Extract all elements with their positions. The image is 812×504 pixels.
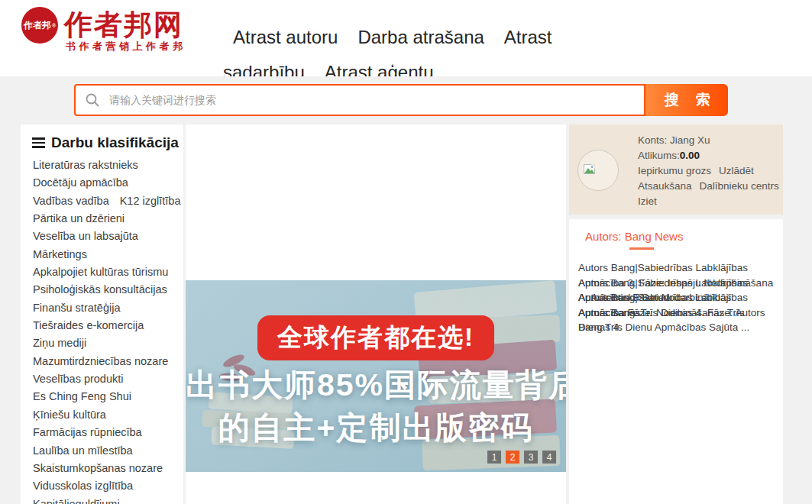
- withdraw-link[interactable]: Atsaukšana: [638, 180, 692, 192]
- sidebar-title: Darbu klasifikācija: [51, 134, 179, 151]
- category-item[interactable]: Es Ching Feng Shui: [33, 390, 131, 402]
- site-title[interactable]: 作者邦网: [64, 6, 183, 44]
- category-item[interactable]: Veselība un labsajūta: [33, 230, 138, 242]
- account-links-row: AtsaukšanaDalībnieku centrs: [638, 179, 779, 194]
- member-center-link[interactable]: Dalībnieku centrs: [700, 180, 779, 192]
- category-row: Veselība un labsajūta: [33, 227, 179, 244]
- nav-item-find-author[interactable]: Atrast autoru: [233, 27, 338, 47]
- account-balance: Atlikums:0.00: [638, 148, 779, 163]
- carousel-pagination: 1 2 3 4: [487, 451, 556, 464]
- category-row: Veselības produkti: [33, 370, 179, 387]
- category-item[interactable]: Literatūras rakstnieks: [33, 159, 138, 171]
- category-row: Apkalpojiet kultūras tūrismu: [33, 263, 179, 280]
- category-item[interactable]: Vadības vadība: [33, 195, 109, 207]
- search-input[interactable]: [74, 84, 645, 116]
- category-row: Vadības vadībaK12 izglītība: [33, 192, 179, 209]
- carousel-banner[interactable]: 全球作者都在选! 出书大师85%国际流量背后 的自主+定制出版密码 1 2 3 …: [186, 280, 566, 472]
- category-row: Literatūras rakstnieks: [33, 156, 179, 173]
- category-item[interactable]: Ķīniešu kultūra: [33, 409, 106, 421]
- category-row: Skaistumkopšanas nozare: [33, 459, 179, 477]
- news-list: Autors Bang|Sabiedrības Labklājības Apmā…: [578, 260, 774, 360]
- category-item[interactable]: Mārketings: [33, 248, 87, 260]
- header: 作者邦® 作者邦网 书作者营销上作者邦 Atrast autoruDarba a…: [0, 0, 812, 76]
- category-row: Kapitālieguldījumi: [33, 495, 179, 504]
- category-item[interactable]: Kapitālieguldījumi: [33, 498, 120, 504]
- account-links-row: Iziet: [638, 194, 779, 209]
- logout-link[interactable]: Iziet: [638, 195, 657, 207]
- search-bar: 搜 索: [74, 84, 728, 116]
- carousel-page[interactable]: 1: [487, 451, 501, 464]
- category-item[interactable]: Ziņu mediji: [33, 337, 86, 349]
- category-row: Laulība un mīlestība: [33, 441, 179, 459]
- category-sidebar: Darbu klasifikācija Literatūras rakstnie…: [21, 124, 183, 504]
- recharge-link[interactable]: Uzlādēt: [719, 165, 754, 176]
- account-name: Konts: Jiang Xu: [638, 133, 779, 148]
- carousel-page[interactable]: 2: [506, 451, 519, 464]
- category-row: Tiešraides e-komercija: [33, 316, 179, 334]
- account-box: Konts: Jiang Xu Atlikums:0.00 Iepirkumu …: [569, 124, 783, 215]
- carousel-badge: 全球作者都在选!: [257, 315, 494, 360]
- category-row: Pārtika un dzērieni: [33, 209, 179, 227]
- category-row: Vidusskolas izglītība: [33, 477, 179, 494]
- registered-mark: ®: [52, 23, 56, 28]
- menu-icon: [32, 135, 45, 150]
- news-panel: Autors: Bang News Autors Bang|Sabiedrība…: [569, 219, 783, 504]
- category-item[interactable]: Laulība un mīlestība: [33, 444, 133, 457]
- category-row: Finanšu stratēģija: [33, 299, 179, 316]
- category-row: Es Ching Feng Shui: [33, 387, 179, 405]
- main-content: Darbu klasifikācija Literatūras rakstnie…: [0, 124, 812, 504]
- broken-image-icon: [584, 164, 595, 174]
- category-item[interactable]: Psiholoģiskās konsultācijas: [33, 283, 167, 296]
- carousel-headline-2: 的自主+定制出版密码: [186, 407, 566, 449]
- category-item[interactable]: Pārtika un dzērieni: [33, 212, 125, 225]
- site-subtitle: 书作者营销上作者邦: [66, 40, 186, 53]
- logo-badge[interactable]: 作者邦®: [21, 7, 58, 44]
- category-item[interactable]: Farmācijas rūpniecība: [33, 426, 142, 438]
- category-item[interactable]: Finanšu stratēģija: [33, 302, 120, 314]
- category-item[interactable]: Mazumtirdzniecības nozare: [33, 355, 168, 367]
- news-item[interactable]: Autors Bang: Trīs Dienas 4. Fāze: Autors…: [578, 305, 774, 335]
- sidebar-header: Darbu klasifikācija: [32, 134, 179, 151]
- category-row: Docētāju apmācība: [33, 173, 179, 191]
- center-panel: 全球作者都在选! 出书大师85%国际流量背后 的自主+定制出版密码 1 2 3 …: [186, 124, 566, 504]
- carousel-page[interactable]: 3: [524, 451, 538, 464]
- category-row: Mārketings: [33, 245, 179, 263]
- category-list: Literatūras rakstnieks Docētāju apmācība…: [33, 156, 179, 504]
- category-item[interactable]: Skaistumkopšanas nozare: [33, 462, 163, 474]
- category-item[interactable]: Vidusskolas izglītība: [33, 480, 133, 492]
- category-item[interactable]: Apkalpojiet kultūras tūrismu: [33, 266, 168, 278]
- news-title-text: Autors: Bang News: [585, 230, 683, 243]
- carousel-page[interactable]: 4: [542, 451, 556, 464]
- page: 作者邦® 作者邦网 书作者营销上作者邦 Atrast autoruDarba a…: [0, 0, 812, 504]
- category-item[interactable]: Veselības produkti: [33, 373, 124, 385]
- category-row: Psiholoģiskās konsultācijas: [33, 280, 179, 298]
- account-links-row: Iepirkumu grozsUzlādēt: [638, 163, 779, 179]
- balance-value: 0.00: [680, 150, 700, 161]
- avatar[interactable]: [577, 150, 619, 191]
- category-item[interactable]: Docētāju apmācība: [33, 176, 128, 189]
- search-button[interactable]: 搜 索: [645, 84, 728, 116]
- cart-link[interactable]: Iepirkumu grozs: [638, 165, 711, 176]
- logo-badge-text: 作者邦: [24, 19, 51, 32]
- category-row: Ziņu mediji: [33, 334, 179, 351]
- carousel-headline-1: 出书大师85%国际流量背后: [186, 364, 566, 406]
- category-item[interactable]: K12 izglītība: [120, 195, 181, 207]
- category-item[interactable]: Tiešraides e-komercija: [33, 319, 144, 331]
- news-title-underline: [629, 247, 654, 250]
- category-row: Farmācijas rūpniecība: [33, 423, 179, 441]
- balance-label: Atlikums:: [638, 150, 680, 161]
- category-row: Mazumtirdzniecības nozare: [33, 352, 179, 370]
- search-section: 搜 索: [0, 76, 812, 124]
- nav-item-find-work[interactable]: Darba atrašana: [357, 27, 484, 47]
- news-title: Autors: Bang News: [585, 230, 683, 243]
- category-row: Ķīniešu kultūra: [33, 405, 179, 423]
- account-info: Konts: Jiang Xu Atlikums:0.00 Iepirkumu …: [638, 133, 779, 209]
